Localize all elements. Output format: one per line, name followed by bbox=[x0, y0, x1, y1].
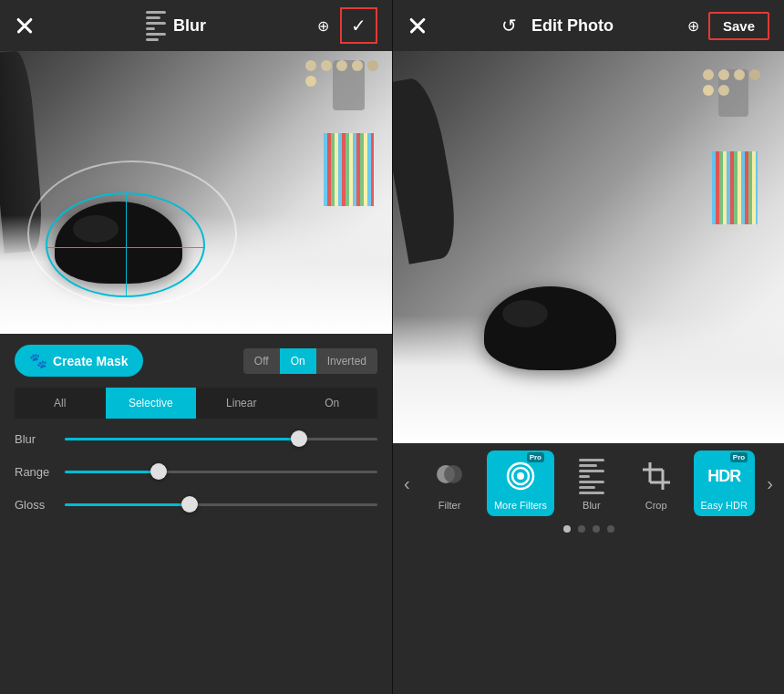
create-mask-row: 🐾 Create Mask Off On Inverted bbox=[15, 345, 377, 377]
toggle-inverted-button[interactable]: Inverted bbox=[316, 348, 377, 374]
blur-icon bbox=[579, 459, 604, 494]
mode-tabs: All Selective Linear On bbox=[15, 388, 377, 419]
save-button[interactable]: Save bbox=[708, 12, 769, 40]
scale-bar bbox=[324, 133, 374, 206]
left-panel: Blur ⊕ ✓ bbox=[0, 0, 392, 694]
left-photo bbox=[0, 51, 392, 334]
hdr-icon: HDR bbox=[702, 463, 746, 490]
left-controls: 🐾 Create Mask Off On Inverted All Select… bbox=[0, 334, 392, 694]
tab-on[interactable]: On bbox=[287, 388, 378, 419]
gloss-slider-track[interactable] bbox=[65, 503, 377, 506]
more-filters-icon-wrap: Pro bbox=[500, 456, 541, 496]
close-icon[interactable] bbox=[15, 16, 35, 36]
blur-slider-thumb[interactable] bbox=[291, 430, 307, 447]
range-slider-row: Range bbox=[15, 459, 377, 484]
tool-more-filters[interactable]: Pro More Filters bbox=[487, 451, 554, 516]
right-panel: ↺ Edit Photo ⊕ Save bbox=[392, 0, 784, 694]
range-slider-thumb[interactable] bbox=[150, 463, 167, 480]
range-slider-label: Range bbox=[15, 465, 56, 479]
gloss-slider-label: Gloss bbox=[15, 498, 56, 512]
tool-filter[interactable]: Filter bbox=[422, 451, 477, 516]
blur-slider-track[interactable] bbox=[65, 438, 377, 440]
gloss-slider-row: Gloss bbox=[15, 492, 377, 517]
blur-label: Blur bbox=[583, 500, 601, 511]
pro-badge: Pro bbox=[527, 452, 544, 462]
toggle-off-button[interactable]: Off bbox=[243, 348, 280, 374]
toolbar-row: ‹ Filter Pro bbox=[393, 451, 784, 516]
right-header-center: ↺ Edit Photo bbox=[501, 15, 614, 36]
history-icon[interactable]: ↺ bbox=[501, 15, 517, 36]
left-header: Blur ⊕ ✓ bbox=[0, 0, 392, 51]
filter-icon-wrap bbox=[429, 456, 469, 496]
toolbar-arrow-left[interactable]: ‹ bbox=[397, 473, 418, 494]
dot-1[interactable] bbox=[563, 525, 571, 533]
dot-3[interactable] bbox=[593, 525, 600, 533]
right-balls-area bbox=[703, 69, 767, 96]
right-header: ↺ Edit Photo ⊕ Save bbox=[393, 0, 784, 51]
range-slider-track[interactable] bbox=[65, 471, 377, 473]
left-panel-title: Blur bbox=[146, 11, 206, 41]
create-mask-button[interactable]: 🐾 Create Mask bbox=[15, 345, 143, 377]
filter-label: Filter bbox=[438, 500, 460, 511]
blur-slider-row: Blur bbox=[15, 426, 377, 451]
filter-icon bbox=[437, 463, 462, 489]
dot-2[interactable] bbox=[578, 525, 585, 533]
tool-crop[interactable]: Crop bbox=[629, 451, 684, 516]
tool-easy-hdr[interactable]: Pro HDR Easy HDR bbox=[694, 451, 755, 516]
dot-4[interactable] bbox=[607, 525, 614, 533]
right-photo bbox=[393, 51, 784, 443]
gloss-slider-fill bbox=[65, 503, 190, 506]
gloss-slider-thumb[interactable] bbox=[181, 496, 198, 513]
add-layer-icon[interactable]: ⊕ bbox=[317, 17, 329, 35]
right-header-actions: ⊕ Save bbox=[687, 12, 769, 40]
easy-hdr-icon-wrap: Pro HDR bbox=[704, 456, 744, 496]
left-header-actions: ⊕ ✓ bbox=[317, 7, 377, 44]
crop-icon bbox=[643, 462, 670, 490]
tab-all[interactable]: All bbox=[15, 388, 106, 419]
more-filters-label: More Filters bbox=[494, 500, 547, 511]
pagination-dots bbox=[563, 525, 614, 533]
toolbar-items: Filter Pro More Filters bbox=[418, 451, 760, 516]
blur-icon-wrap bbox=[572, 456, 612, 496]
tool-blur[interactable]: Blur bbox=[564, 451, 619, 516]
right-image-area bbox=[393, 51, 784, 443]
crop-label: Crop bbox=[645, 500, 667, 511]
checkmark-icon: ✓ bbox=[351, 15, 366, 36]
balls-area bbox=[305, 60, 378, 87]
tab-selective[interactable]: Selective bbox=[106, 388, 197, 419]
svg-point-2 bbox=[517, 472, 524, 480]
right-close-icon[interactable] bbox=[407, 16, 428, 36]
toggle-group: Off On Inverted bbox=[243, 348, 377, 374]
right-scale-bar bbox=[712, 151, 758, 224]
toggle-on-button[interactable]: On bbox=[280, 348, 316, 374]
right-panel-title: Edit Photo bbox=[531, 16, 614, 36]
left-image-area bbox=[0, 51, 392, 334]
blur-slider-fill bbox=[65, 438, 299, 440]
more-filters-icon bbox=[506, 461, 535, 491]
crop-icon-wrap bbox=[636, 456, 676, 496]
easy-hdr-pro-badge: Pro bbox=[730, 452, 748, 462]
blur-tool-icon bbox=[146, 11, 166, 41]
easy-hdr-label: Easy HDR bbox=[701, 500, 748, 511]
right-add-icon[interactable]: ⊕ bbox=[687, 17, 699, 35]
tab-linear[interactable]: Linear bbox=[196, 388, 287, 419]
confirm-button[interactable]: ✓ bbox=[340, 7, 377, 44]
blur-slider-label: Blur bbox=[15, 432, 56, 446]
right-bottom-toolbar: ‹ Filter Pro bbox=[393, 443, 784, 694]
range-slider-fill bbox=[65, 471, 159, 473]
crosshair-vertical bbox=[126, 192, 127, 297]
toolbar-arrow-right[interactable]: › bbox=[759, 473, 780, 494]
